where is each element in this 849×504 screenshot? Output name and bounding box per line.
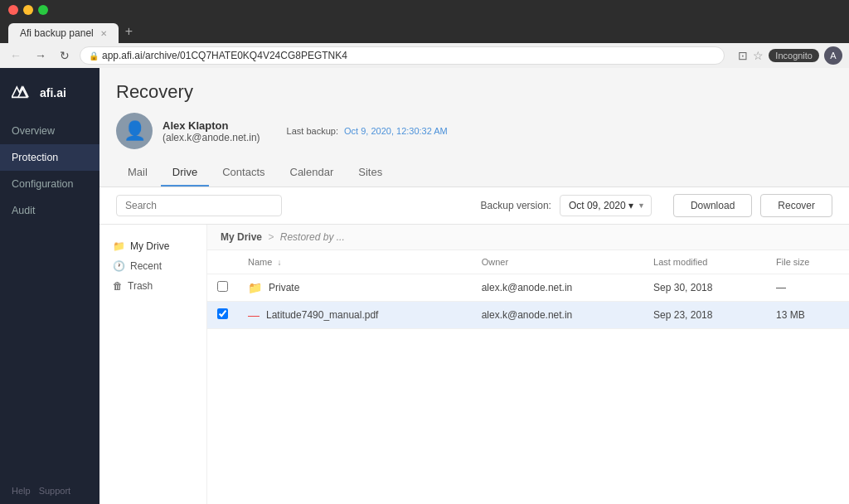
maximize-window-btn[interactable] (38, 5, 48, 15)
back-btn[interactable]: ← (7, 47, 25, 64)
table-body: 📁 Private alex.k@anode.net.in Sep 30, 20… (207, 274, 849, 329)
tab-sites[interactable]: Sites (347, 159, 394, 187)
row-name-2: — Latitude7490_manual.pdf (238, 302, 472, 329)
row-modified-1: Sep 30, 2018 (643, 274, 766, 302)
tree-item-my-drive[interactable]: 📁 My Drive (108, 236, 198, 256)
download-button[interactable]: Download (673, 194, 752, 217)
user-avatar-small[interactable]: A (824, 46, 842, 65)
tab-bar-app: Mail Drive Contacts Calendar Sites (116, 159, 832, 187)
browser-tab-active[interactable]: Afi backup panel ✕ (8, 23, 119, 43)
trash-icon: 🗑 (113, 280, 123, 292)
user-name: Alex Klapton (163, 119, 260, 132)
tab-label: Afi backup panel (20, 27, 94, 39)
action-buttons: Download Recover (673, 194, 832, 217)
logo: afi.ai (0, 76, 99, 118)
tab-contacts[interactable]: Contacts (211, 159, 276, 187)
row-size-1: — (766, 274, 849, 302)
version-select[interactable]: Oct 09, 2020 ▾ (560, 195, 652, 216)
cast-icon: ⊡ (738, 49, 748, 62)
breadcrumb-current: Restored by ... (280, 231, 345, 243)
sidebar-bottom: Help Support (0, 477, 99, 504)
backup-version-label: Backup version: (481, 200, 551, 211)
new-tab-btn[interactable]: + (119, 20, 139, 43)
row-checkbox-1[interactable] (207, 274, 238, 302)
address-bar[interactable]: 🔒 app.afi.ai/archive/01CQ7HATE0KQ4V24CG8… (80, 46, 725, 65)
row-modified-2: Sep 23, 2018 (643, 302, 766, 329)
file-browser: 📁 My Drive 🕐 Recent 🗑 Trash My Drive > R… (99, 225, 849, 504)
page-title: Recovery (116, 81, 832, 103)
user-email: (alex.k@anode.net.in) (163, 132, 260, 143)
browser-right-actions: ⊡ ☆ Incognito A (738, 46, 842, 65)
close-window-btn[interactable] (8, 5, 18, 15)
breadcrumb-root: My Drive (221, 231, 262, 243)
reload-btn[interactable]: ↻ (56, 47, 73, 64)
user-details: Alex Klapton (alex.k@anode.net.in) (163, 119, 260, 143)
incognito-badge: Incognito (769, 49, 819, 62)
app: afi.ai Overview Protection Configuration… (0, 68, 849, 504)
row-size-2: 13 MB (766, 302, 849, 329)
tree-item-recent[interactable]: 🕐 Recent (108, 256, 198, 276)
col-owner: Owner (472, 250, 643, 274)
sort-arrow: ↓ (277, 258, 281, 267)
sidebar-item-overview[interactable]: Overview (0, 118, 99, 144)
minimize-window-btn[interactable] (23, 5, 33, 15)
main-content: Recovery 👤 Alex Klapton (alex.k@anode.ne… (99, 68, 849, 504)
toolbar-left (116, 195, 282, 216)
url-text: app.afi.ai/archive/01CQ7HATE0KQ4V24CG8PE… (102, 50, 347, 61)
version-wrapper: Oct 09, 2020 ▾ (560, 195, 652, 216)
tree-item-trash[interactable]: 🗑 Trash (108, 276, 198, 296)
lock-icon: 🔒 (89, 51, 99, 61)
sidebar-item-configuration[interactable]: Configuration (0, 171, 99, 197)
col-last-modified: Last modified (643, 250, 766, 274)
tab-drive[interactable]: Drive (161, 159, 209, 187)
recover-button[interactable]: Recover (760, 194, 832, 217)
top-toolbar: Backup version: Oct 09, 2020 ▾ Download … (99, 187, 849, 225)
logo-text: afi.ai (40, 86, 66, 99)
tab-close-btn[interactable]: ✕ (100, 29, 107, 38)
logo-icon (12, 85, 35, 101)
traffic-lights (8, 5, 841, 15)
sidebar: afi.ai Overview Protection Configuration… (0, 68, 99, 504)
support-link[interactable]: Support (39, 486, 71, 496)
col-name: Name ↓ (238, 250, 472, 274)
file-tree: 📁 My Drive 🕐 Recent 🗑 Trash (99, 225, 207, 504)
row-checkbox-2[interactable] (207, 302, 238, 329)
tab-calendar[interactable]: Calendar (279, 159, 346, 187)
clock-icon: 🕐 (113, 260, 125, 272)
tab-mail[interactable]: Mail (116, 159, 159, 187)
file-list: My Drive > Restored by ... Name ↓ Owner (207, 225, 849, 504)
tree-label-recent: Recent (130, 260, 162, 272)
row-name-1: 📁 Private (238, 274, 472, 302)
help-link[interactable]: Help (12, 486, 31, 496)
file-table: Name ↓ Owner Last modified File size (207, 250, 849, 329)
col-file-size: File size (766, 250, 849, 274)
user-info: 👤 Alex Klapton (alex.k@anode.net.in) Las… (116, 113, 832, 149)
breadcrumb: My Drive > Restored by ... (207, 225, 849, 250)
table-row[interactable]: 📁 Private alex.k@anode.net.in Sep 30, 20… (207, 274, 849, 302)
breadcrumb-sep: > (268, 231, 274, 243)
last-backup: Last backup: Oct 9, 2020, 12:30:32 AM (287, 126, 448, 136)
table-header: Name ↓ Owner Last modified File size (207, 250, 849, 274)
pdf-icon: — (248, 308, 260, 322)
bookmark-icon[interactable]: ☆ (753, 49, 764, 62)
tree-label-trash: Trash (128, 280, 153, 292)
search-input[interactable] (116, 195, 282, 216)
checkbox-pdf[interactable] (217, 308, 228, 319)
file-name-private: Private (269, 282, 299, 293)
folder-icon: 📁 (113, 240, 125, 252)
last-backup-date: Oct 9, 2020, 12:30:32 AM (344, 126, 448, 136)
last-backup-label: Last backup: (287, 126, 338, 136)
sidebar-item-audit[interactable]: Audit (0, 197, 99, 224)
tab-bar: Afi backup panel ✕ + (8, 20, 841, 43)
table-row[interactable]: — Latitude7490_manual.pdf alex.k@anode.n… (207, 302, 849, 329)
main-header: Recovery 👤 Alex Klapton (alex.k@anode.ne… (99, 68, 849, 187)
row-owner-2: alex.k@anode.net.in (472, 302, 643, 329)
sidebar-item-protection[interactable]: Protection (0, 144, 99, 171)
browser-chrome: Afi backup panel ✕ + (0, 0, 849, 43)
select-all-header (207, 250, 238, 274)
row-owner-1: alex.k@anode.net.in (472, 274, 643, 302)
toolbar-right: Backup version: Oct 09, 2020 ▾ Download … (481, 194, 832, 217)
folder-icon-private: 📁 (248, 281, 262, 294)
forward-btn[interactable]: → (32, 47, 50, 64)
checkbox-private[interactable] (217, 281, 228, 292)
